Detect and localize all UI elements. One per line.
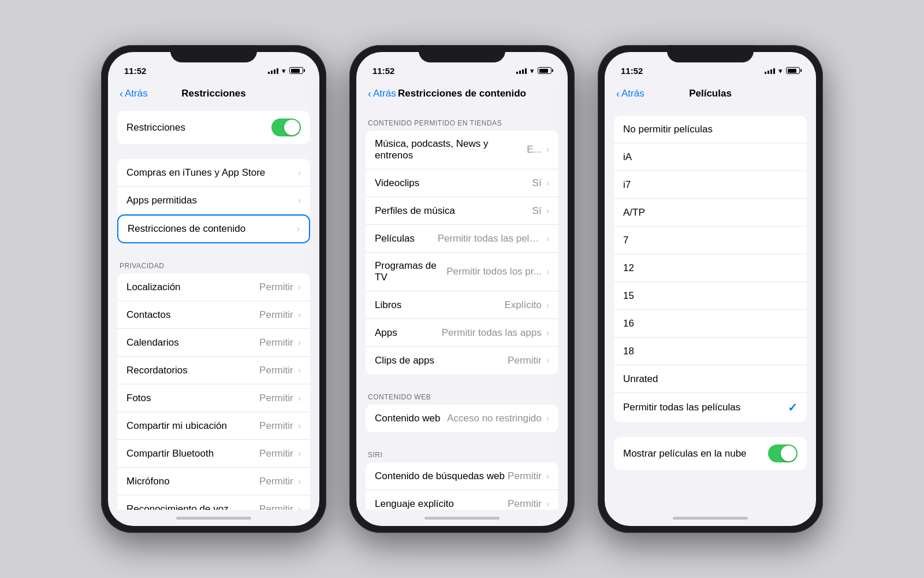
apps-chevron-2: › — [546, 328, 549, 338]
nav-title-1: Restricciones — [181, 88, 246, 99]
peliculas-row[interactable]: Películas Permitir todas las películas › — [366, 225, 558, 253]
compras-chevron: › — [298, 168, 301, 178]
reconocimiento-row[interactable]: Reconocimiento de voz Permitir › — [117, 495, 310, 510]
mostrar-nube-toggle[interactable] — [768, 444, 798, 462]
apps-row-2[interactable]: Apps Permitir todas las apps › — [366, 319, 558, 347]
r12-row[interactable]: 12 — [614, 254, 807, 282]
compartir-ubi-row[interactable]: Compartir mi ubicación Permitir › — [117, 412, 310, 440]
restricciones-contenido-label: Restricciones de contenido — [128, 223, 297, 235]
wifi-icon-1: ▾ — [282, 66, 286, 75]
back-chevron-3: ‹ — [616, 88, 620, 99]
perfiles-label: Perfiles de música — [375, 205, 532, 217]
microfono-value: Permitir — [259, 476, 293, 487]
busquedas-label: Contenido de búsquedas web — [375, 470, 508, 482]
videoclips-row[interactable]: Videoclips Sí › — [366, 169, 558, 197]
clips-value: Permitir — [508, 355, 542, 366]
restricciones-group: Restricciones — [117, 111, 310, 144]
reconocimiento-value: Permitir — [259, 503, 293, 510]
atp-label: A/TP — [623, 207, 798, 218]
clips-chevron: › — [546, 355, 549, 366]
unrated-row[interactable]: Unrated — [614, 365, 807, 393]
nav-title-2: Restricciones de contenido — [398, 88, 526, 99]
ratings-group: No permitir películas iA i7 A/TP 7 12 — [614, 116, 807, 422]
compartir-ubi-label: Compartir mi ubicación — [126, 420, 259, 432]
restricciones-toggle[interactable] — [271, 118, 301, 136]
home-indicator-1 — [108, 510, 319, 526]
r12-label: 12 — [623, 262, 798, 274]
lenguaje-label: Lenguaje explícito — [375, 498, 508, 510]
libros-value: Explícito — [504, 299, 541, 311]
compartir-ubi-chevron: › — [298, 421, 301, 431]
back-label-1: Atrás — [125, 88, 148, 99]
peliculas-value: Permitir todas las películas — [438, 233, 542, 244]
permitir-todas-label: Permitir todas las películas — [623, 402, 783, 413]
restricciones-contenido-row[interactable]: Restricciones de contenido › — [117, 214, 310, 243]
r7-row[interactable]: 7 — [614, 227, 807, 254]
ia-row[interactable]: iA — [614, 143, 807, 171]
clips-row[interactable]: Clips de apps Permitir › — [366, 347, 558, 375]
contenido-web-chevron: › — [546, 413, 549, 424]
lenguaje-row[interactable]: Lenguaje explícito Permitir › — [366, 490, 558, 510]
tv-label: Programas de TV — [375, 260, 446, 283]
home-indicator-3 — [605, 510, 816, 526]
no-permitir-row[interactable]: No permitir películas — [614, 116, 807, 143]
apps-permitidas-row[interactable]: Apps permitidas › — [117, 187, 310, 214]
microfono-row[interactable]: Micrófono Permitir › — [117, 468, 310, 495]
permitir-todas-checkmark: ✓ — [788, 401, 798, 414]
web-group: Contenido web Acceso no restringido › — [366, 405, 558, 432]
back-label-2: Atrás — [373, 88, 396, 99]
status-icons-1: ▾ — [268, 66, 303, 75]
restricciones-toggle-row[interactable]: Restricciones — [117, 111, 310, 144]
localizacion-row[interactable]: Localización Permitir › — [117, 273, 310, 301]
tiendas-header: CONTENIDO PERMITIDO EN TIENDAS — [356, 106, 568, 131]
libros-row[interactable]: Libros Explícito › — [366, 291, 558, 319]
libros-label: Libros — [375, 299, 504, 311]
contactos-row[interactable]: Contactos Permitir › — [117, 301, 310, 329]
r18-label: 18 — [623, 346, 798, 357]
perfiles-row[interactable]: Perfiles de música Sí › — [366, 197, 558, 225]
fotos-value: Permitir — [259, 392, 293, 404]
permitir-todas-row[interactable]: Permitir todas las películas ✓ — [614, 393, 807, 422]
recordatorios-chevron: › — [298, 365, 301, 376]
back-chevron-1: ‹ — [120, 88, 123, 99]
tv-value: Permitir todos los pr... — [446, 266, 541, 277]
busquedas-chevron: › — [546, 471, 549, 481]
notch-3 — [667, 45, 754, 62]
compras-row[interactable]: Compras en iTunes y App Store › — [117, 159, 310, 187]
nav-bar-2: ‹ Atrás Restricciones de contenido — [356, 81, 568, 106]
r16-row[interactable]: 16 — [614, 310, 807, 338]
r18-row[interactable]: 18 — [614, 338, 807, 365]
busquedas-row[interactable]: Contenido de búsquedas web Permitir › — [366, 462, 558, 490]
bluetooth-row[interactable]: Compartir Bluetooth Permitir › — [117, 440, 310, 468]
siri-header: SIRI — [356, 438, 568, 462]
signal-icon-2 — [516, 67, 527, 74]
compras-label: Compras en iTunes y App Store — [126, 167, 298, 179]
videoclips-chevron: › — [546, 178, 549, 188]
mostrar-nube-row[interactable]: Mostrar películas en la nube — [614, 437, 807, 470]
battery-icon-1 — [289, 67, 303, 74]
privacidad-group: Localización Permitir › Contactos Permit… — [117, 273, 310, 510]
videoclips-label: Videoclips — [375, 177, 532, 189]
atp-row[interactable]: A/TP — [614, 199, 807, 227]
notch-2 — [419, 45, 505, 62]
back-button-1[interactable]: ‹ Atrás — [120, 88, 148, 99]
back-button-3[interactable]: ‹ Atrás — [616, 88, 644, 99]
perfiles-chevron: › — [546, 206, 549, 216]
recordatorios-row[interactable]: Recordatorios Permitir › — [117, 357, 310, 384]
ia-label: iA — [623, 151, 798, 163]
tv-row[interactable]: Programas de TV Permitir todos los pr...… — [366, 253, 558, 291]
back-button-2[interactable]: ‹ Atrás — [368, 88, 396, 99]
r15-row[interactable]: 15 — [614, 282, 807, 310]
wifi-icon-2: ▾ — [530, 66, 534, 75]
contactos-label: Contactos — [126, 309, 259, 321]
back-chevron-2: ‹ — [368, 88, 371, 99]
fotos-row[interactable]: Fotos Permitir › — [117, 384, 310, 412]
musica-value: E... — [527, 144, 542, 155]
i7-row[interactable]: i7 — [614, 171, 807, 199]
web-header: CONTENIDO WEB — [356, 380, 568, 405]
calendarios-row[interactable]: Calendarios Permitir › — [117, 329, 310, 357]
contenido-web-row[interactable]: Contenido web Acceso no restringido › — [366, 405, 558, 432]
nav-bar-3: ‹ Atrás Películas — [605, 81, 816, 106]
lenguaje-chevron: › — [546, 499, 549, 509]
musica-row[interactable]: Música, podcasts, News y entrenos E... › — [366, 131, 558, 169]
